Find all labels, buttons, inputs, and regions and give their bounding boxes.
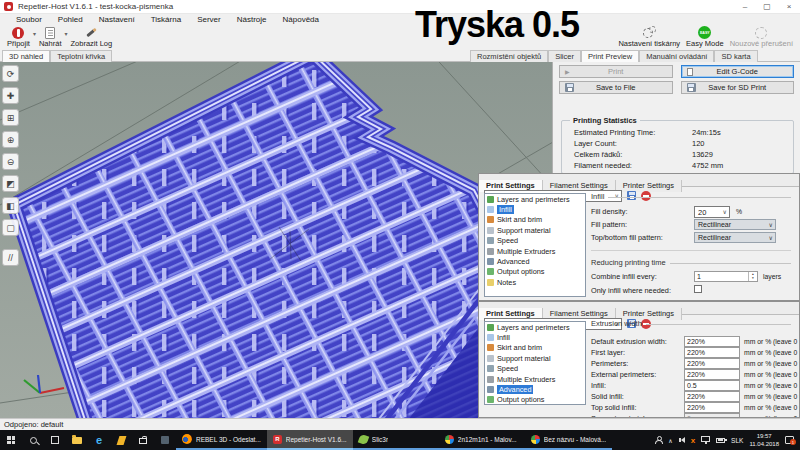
fill-density-select[interactable]: 20 ∨ [694, 206, 730, 218]
taskbar-paint-2[interactable]: Bez názvu - Malová... [525, 430, 613, 450]
toggle-travel-icon[interactable]: // [2, 249, 19, 266]
unit-suffix: mm or % (leave 0 for [744, 360, 800, 367]
save-to-file-button[interactable]: Save to File [559, 81, 673, 94]
start-button[interactable] [0, 430, 22, 450]
minimize-icon[interactable]: – [734, 0, 756, 14]
infill-width-field[interactable]: 0.5 [684, 380, 740, 391]
store-button[interactable] [132, 430, 154, 450]
people-icon[interactable] [655, 436, 662, 444]
volume-icon[interactable] [679, 437, 685, 443]
solid-infill-field[interactable]: 220% [684, 391, 740, 402]
list-item[interactable]: Layers and perimeters [485, 194, 585, 204]
perimeters-field[interactable]: 220% [684, 358, 740, 369]
save-for-sd-button[interactable]: Save for SD Print [681, 81, 795, 94]
edit-gcode-button[interactable]: Edit G-Code [681, 65, 795, 78]
list-item[interactable]: Skirt and brim [485, 343, 585, 353]
file-explorer-button[interactable] [66, 430, 88, 450]
first-layer-field[interactable]: 220% [684, 347, 740, 358]
language-indicator[interactable]: SLK [731, 437, 743, 444]
taskbar-firefox[interactable]: REBEL 3D - Odeslat... [176, 430, 267, 450]
battery-icon[interactable] [716, 438, 725, 443]
clock[interactable]: 19:57 11.04.2018 [749, 432, 779, 448]
list-item-selected[interactable]: Infill [485, 204, 585, 214]
rotate-icon[interactable]: ⟳ [2, 65, 19, 82]
3d-viewport[interactable]: ⟳ ✚ ⊞ ⊕ ⊖ ◩ ◧ ▢ // [0, 62, 552, 418]
stat-value: 13629 [692, 150, 713, 161]
menu-napoveda[interactable]: Nápověda [275, 15, 327, 24]
action-center-icon[interactable]: 1 [785, 436, 794, 444]
emergency-stop-button[interactable]: Nouzové přerušení [727, 26, 796, 48]
app-icon-dark [161, 436, 169, 444]
viewport-toolbar: ⟳ ✚ ⊞ ⊕ ⊖ ◩ ◧ ▢ // [2, 65, 19, 266]
taskbar-repetier[interactable]: R Repetier-Host V1.6... [267, 430, 353, 450]
app-button[interactable] [154, 430, 176, 450]
tab-print-preview[interactable]: Print Preview [581, 50, 639, 62]
move-icon[interactable]: ✚ [2, 87, 19, 104]
menu-nastroje[interactable]: Nástroje [229, 15, 275, 24]
tab-slicer[interactable]: Slicer [548, 50, 581, 62]
list-item[interactable]: Speed [485, 236, 585, 246]
list-item[interactable]: Multiple Extruders [485, 246, 585, 256]
close-icon[interactable]: × [778, 0, 800, 14]
top-bottom-pattern-select[interactable]: Rectilinear ∨ [694, 232, 776, 243]
combine-infill-stepper[interactable]: 1 ▴▾ [694, 271, 758, 282]
list-item[interactable]: Notes [485, 277, 585, 287]
load-button[interactable]: Nahrát [36, 26, 65, 48]
display-icon[interactable] [701, 436, 710, 442]
connect-button[interactable]: Připojit [4, 26, 33, 48]
antivirus-icon[interactable]: x [691, 436, 695, 445]
zoom-out-icon[interactable]: ⊖ [2, 153, 19, 170]
tab-3d-nahled[interactable]: 3D náhled [2, 50, 50, 62]
maximize-icon[interactable]: ▢ [756, 0, 778, 14]
list-item[interactable]: Output options [485, 395, 585, 405]
view-wireframe-icon[interactable]: ▢ [2, 219, 19, 236]
tab-rozmisteni-objektu[interactable]: Rozmístění objektů [470, 50, 548, 62]
list-item[interactable]: Speed [485, 364, 585, 374]
taskbar: e REBEL 3D - Odeslat... R Repetier-Host … [0, 430, 800, 450]
edge-button[interactable]: e [88, 430, 110, 450]
tab-sd-karta[interactable]: SD karta [714, 50, 757, 62]
tab-manualni-ovladani[interactable]: Manuální ovládání [639, 50, 714, 62]
repetier-icon: R [273, 435, 282, 444]
taskbar-slic3r[interactable]: Slic3r [353, 430, 439, 450]
list-item-selected[interactable]: Advanced [485, 384, 585, 394]
view-front-icon[interactable]: ◧ [2, 197, 19, 214]
menu-pohled[interactable]: Pohled [50, 15, 91, 24]
menu-nastaveni[interactable]: Nastavení [91, 15, 143, 24]
menu-tiskarna[interactable]: Tiskárna [143, 15, 189, 24]
default-extrusion-field[interactable]: 220% [684, 336, 740, 347]
show-log-button[interactable]: Zobrazit Log [67, 26, 115, 48]
fill-pattern-select[interactable]: Rectilinear ∨ [694, 219, 776, 230]
move-object-icon[interactable]: ⊞ [2, 109, 19, 126]
list-item[interactable]: Layers and perimeters [485, 322, 585, 332]
photo-app-button[interactable] [110, 430, 132, 450]
list-item[interactable]: Support material [485, 225, 585, 235]
menu-server[interactable]: Server [189, 15, 229, 24]
search-button[interactable] [22, 430, 44, 450]
task-view-button[interactable] [44, 430, 66, 450]
view-iso-icon[interactable]: ◩ [2, 175, 19, 192]
printing-statistics-group: Printing Statistics Estimated Printing T… [561, 120, 794, 174]
list-item[interactable]: Output options [485, 267, 585, 277]
stat-label: Filament needed: [574, 161, 692, 172]
infill-width-label: Infill: [591, 381, 606, 390]
zoom-in-icon[interactable]: ⊕ [2, 131, 19, 148]
spin-down-icon[interactable]: ▾ [752, 277, 754, 281]
list-item[interactable]: Skirt and brim [485, 215, 585, 225]
tray-chevron-icon[interactable]: ∧ [668, 437, 672, 444]
list-item[interactable]: Support material [485, 353, 585, 363]
easy-mode-button[interactable]: EASY Easy Mode [683, 26, 727, 48]
tab-teplotni-krivka[interactable]: Teplotní křivka [50, 50, 112, 62]
printer-settings-button[interactable]: Nastavení tiskárny [615, 26, 683, 48]
taskbar-paint-1[interactable]: 2n12m1n1 - Malov... [439, 430, 525, 450]
top-solid-infill-field[interactable]: 220% [684, 402, 740, 413]
list-item[interactable]: Infill [485, 332, 585, 342]
app-icon [4, 2, 13, 11]
only-infill-checkbox[interactable] [694, 285, 702, 293]
tab-printer-settings[interactable]: Printer Settings [616, 180, 682, 192]
list-item[interactable]: Multiple Extruders [485, 374, 585, 384]
menu-soubor[interactable]: Soubor [8, 15, 50, 24]
external-perimeters-field[interactable]: 220% [684, 369, 740, 380]
print-button[interactable]: ▶ Print [559, 65, 673, 78]
list-item[interactable]: Advanced [485, 256, 585, 266]
